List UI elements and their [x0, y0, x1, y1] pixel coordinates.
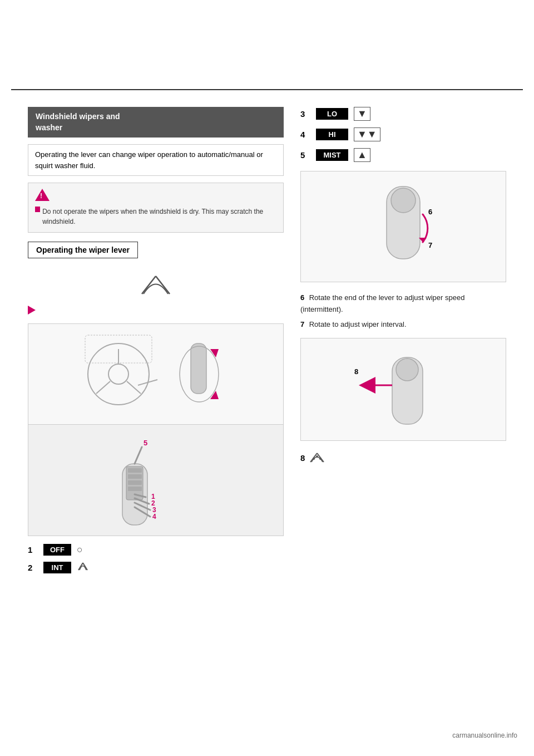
svg-line-6	[127, 381, 141, 394]
arrow-down-single-icon: ▼	[354, 107, 370, 121]
svg-point-37	[396, 359, 418, 381]
svg-line-19	[135, 447, 142, 464]
page-container: Windshield wipers and washer Operating t…	[0, 0, 534, 756]
page-footer: carmanualsonline.info	[452, 732, 517, 739]
right-positions-list: 3 LO ▼ 4 HI ▼▼ 5 MIST ▲	[300, 107, 506, 162]
position-badge-off: OFF	[43, 544, 71, 556]
svg-text:5: 5	[144, 439, 147, 447]
desc-7-text: Rotate to adjust wiper interval.	[309, 320, 407, 328]
position-8-number: 8	[300, 453, 305, 463]
svg-point-45	[319, 458, 322, 460]
wiper-washer-icon	[309, 451, 325, 464]
warning-text: Do not operate the wipers when the winds…	[42, 207, 276, 227]
svg-rect-18	[128, 487, 142, 491]
svg-rect-17	[128, 480, 142, 485]
wiper-icon-area	[28, 272, 284, 299]
desc-6-number: 6	[300, 293, 304, 302]
svg-marker-38	[359, 377, 375, 394]
int-wiper-icon	[77, 560, 89, 572]
svg-line-5	[96, 381, 110, 394]
arrow-right-icon	[28, 306, 36, 315]
right-position-item-5: 5 MIST ▲	[300, 148, 506, 162]
right-pos-number-5: 5	[300, 150, 310, 160]
svg-text:7: 7	[428, 241, 432, 249]
position-icon-int	[77, 560, 89, 575]
right-badge-hi: HI	[316, 129, 348, 140]
push-diagram: 8	[300, 338, 506, 441]
svg-point-44	[316, 455, 318, 458]
right-position-item-3: 3 LO ▼	[300, 107, 506, 121]
right-badge-lo: LO	[316, 108, 348, 120]
section-title: Windshield wipers and washer	[28, 107, 284, 138]
steering-diagram-box: 5 1 2 3 4	[28, 323, 284, 536]
svg-point-43	[313, 458, 315, 460]
svg-rect-16	[128, 474, 142, 479]
right-badge-mist: MIST	[316, 149, 348, 161]
right-pos-number-3: 3	[300, 109, 310, 119]
left-column: Windshield wipers and washer Operating t…	[28, 107, 284, 580]
steering-wheel-svg	[80, 332, 166, 416]
svg-rect-9	[191, 343, 206, 394]
arrow-indicator	[28, 306, 284, 317]
rotation-diagram: 6 7	[300, 171, 506, 282]
desc-7-number: 7	[300, 320, 304, 328]
operating-header: Operating the wiper lever	[28, 242, 138, 258]
svg-point-3	[108, 364, 128, 384]
position-8-row: 8	[300, 451, 506, 464]
intro-text: Operating the lever can change wiper ope…	[28, 144, 284, 176]
svg-rect-15	[128, 468, 142, 473]
desc-7: 7 Rotate to adjust wiper interval.	[300, 319, 506, 331]
position-item-2: 2 INT	[28, 560, 284, 575]
position-list: 1 OFF ○ 2 INT	[28, 544, 284, 575]
lever-positions-svg: 5 1 2 3 4	[89, 430, 222, 531]
position-icon-off: ○	[77, 544, 83, 556]
rotation-svg: 6 7	[342, 175, 464, 278]
arrow-down-double-icon: ▼▼	[354, 127, 380, 141]
desc-6-text: Rotate the end of the lever to adjust wi…	[300, 293, 464, 313]
position-badge-int: INT	[43, 562, 71, 573]
svg-point-32	[391, 188, 416, 213]
diagram-lower: 5 1 2 3 4	[28, 424, 283, 536]
section-divider	[11, 89, 523, 90]
position-number-2: 2	[28, 563, 38, 572]
desc-6: 6 Rotate the end of the lever to adjust …	[300, 292, 506, 316]
svg-text:4: 4	[152, 513, 156, 521]
right-position-item-4: 4 HI ▼▼	[300, 127, 506, 141]
lever-hand-svg	[171, 332, 233, 416]
right-column: 3 LO ▼ 4 HI ▼▼ 5 MIST ▲	[295, 107, 506, 580]
wiper-icon	[139, 272, 172, 297]
arrow-up-icon: ▲	[354, 148, 370, 162]
position-item-1: 1 OFF ○	[28, 544, 284, 556]
position-number-1: 1	[28, 545, 38, 554]
push-svg: 8	[342, 341, 464, 438]
main-content: Windshield wipers and washer Operating t…	[11, 101, 523, 585]
svg-text:6: 6	[428, 208, 432, 216]
svg-text:8: 8	[354, 367, 358, 376]
warning-triangle-icon	[35, 189, 50, 201]
warning-square-icon	[35, 207, 40, 212]
warning-box: Do not operate the wipers when the winds…	[28, 183, 284, 233]
right-pos-number-4: 4	[300, 130, 310, 139]
diagram-top-area	[28, 324, 283, 424]
